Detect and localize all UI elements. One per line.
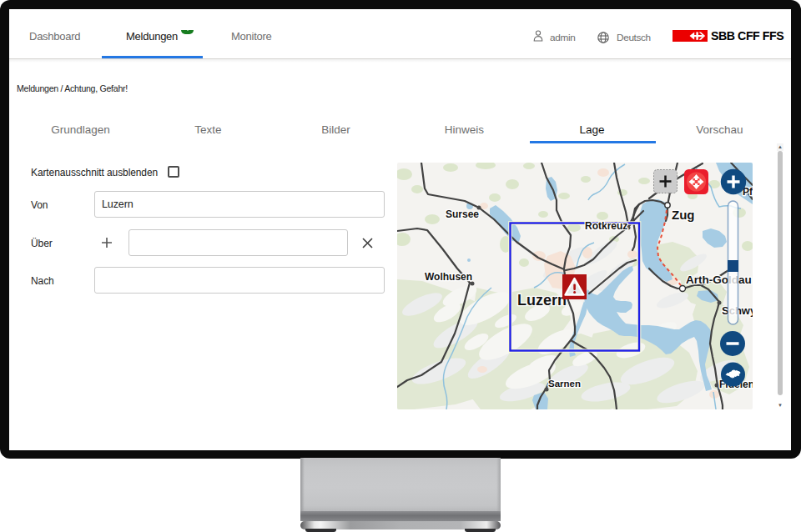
svg-text:Luzern: Luzern (517, 292, 567, 309)
svg-text:Wolhusen: Wolhusen (425, 271, 472, 283)
svg-text:Arth-Goldau: Arth-Goldau (686, 274, 752, 286)
svg-text:Sarnen: Sarnen (548, 379, 581, 389)
svg-text:Sursee: Sursee (446, 208, 479, 220)
svg-text:Zug: Zug (672, 208, 695, 222)
svg-text:Rotkreuz: Rotkreuz (585, 220, 627, 232)
